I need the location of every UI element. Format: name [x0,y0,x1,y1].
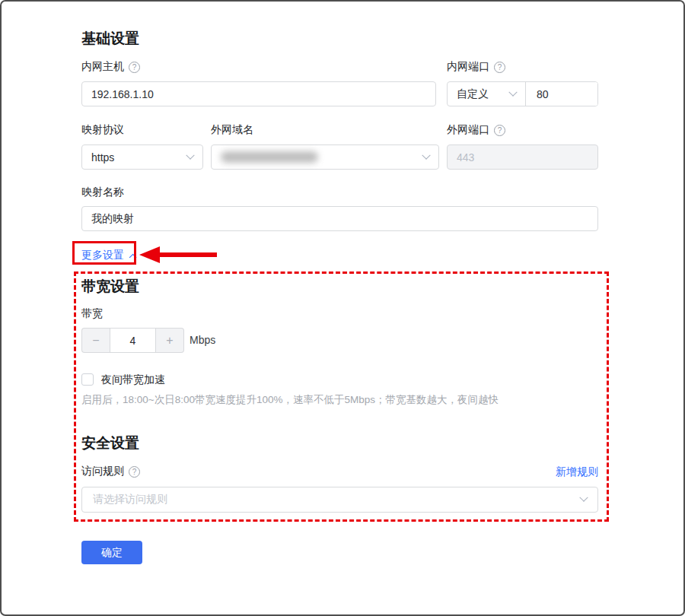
chevron-down-icon [579,494,588,502]
night-boost-checkbox[interactable] [81,373,94,386]
bandwidth-unit: Mbps [190,334,215,346]
bandwidth-stepper: − + [81,328,184,353]
access-rule-label: 访问规则 ? [81,465,140,478]
annotation-highlight-box [72,241,136,265]
protocol-value: https [91,151,114,164]
settings-dialog: 基础设置 内网主机 ? 内网端口 ? 自定义 映射协议 外网域名 外网端口 ? … [0,0,685,616]
external-domain-label: 外网域名 [211,123,253,137]
help-icon[interactable]: ? [494,62,505,73]
protocol-label-text: 映射协议 [81,123,124,137]
bandwidth-section-title: 带宽设置 [81,277,139,297]
mapping-name-label-text: 映射名称 [81,186,124,199]
internal-host-label-text: 内网主机 [81,60,124,74]
external-port-input [447,144,598,170]
internal-port-mode-select[interactable]: 自定义 [448,82,526,106]
help-icon[interactable]: ? [129,466,140,478]
internal-port-label-text: 内网端口 [447,60,489,74]
internal-port-mode-value: 自定义 [457,87,489,101]
plus-icon: + [166,334,173,348]
external-port-label-text: 外网端口 [447,123,489,137]
chevron-down-icon [508,87,517,96]
bandwidth-label: 带宽 [81,307,103,321]
access-rule-label-text: 访问规则 [81,465,124,478]
help-icon[interactable]: ? [494,125,505,136]
internal-port-label: 内网端口 ? [447,60,505,74]
annotation-arrow-icon [139,246,160,263]
bandwidth-label-text: 带宽 [81,307,103,321]
minus-icon: − [92,334,99,348]
annotation-arrow-line [159,252,217,257]
help-icon[interactable]: ? [129,62,140,73]
bandwidth-input[interactable] [110,328,156,353]
internal-port-input[interactable] [526,82,597,106]
protocol-select[interactable]: https [81,144,203,170]
page-title: 基础设置 [81,29,139,49]
night-boost-hint: 启用后，18:00~次日8:00带宽速度提升100%，速率不低于5Mbps；带宽… [81,393,584,407]
add-rule-link[interactable]: 新增规则 [556,465,598,479]
decrement-button[interactable]: − [81,328,110,353]
protocol-label: 映射协议 [81,123,124,137]
redacted-domain-value [221,151,318,163]
access-rule-placeholder: 请选择访问规则 [93,493,167,506]
increment-button[interactable]: + [156,328,184,353]
access-rule-select[interactable]: 请选择访问规则 [81,487,598,513]
external-port-label: 外网端口 ? [447,123,505,137]
internal-host-label: 内网主机 ? [81,60,140,74]
external-domain-label-text: 外网域名 [211,123,253,137]
internal-port-group: 自定义 [447,81,598,106]
security-section-title: 安全设置 [81,433,139,453]
mapping-name-label: 映射名称 [81,186,124,199]
confirm-button[interactable]: 确定 [81,541,142,564]
mapping-name-input[interactable] [81,206,598,231]
chevron-down-icon [186,151,194,159]
night-boost-label[interactable]: 夜间带宽加速 [101,373,165,387]
external-domain-select[interactable] [211,144,439,170]
internal-host-input[interactable] [81,81,436,106]
chevron-down-icon [422,151,430,159]
